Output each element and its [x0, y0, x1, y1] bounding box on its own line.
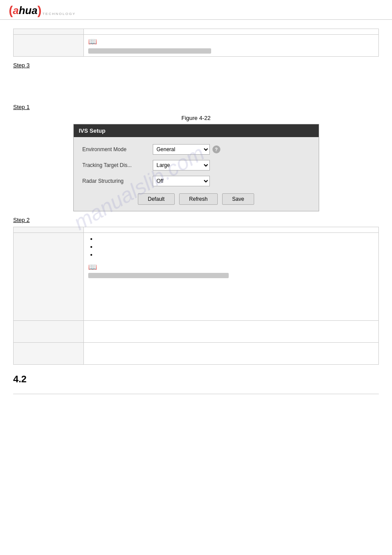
tracking-label: Tracking Target Dis...	[83, 162, 153, 168]
main-table-cell-param-2	[14, 321, 84, 343]
radar-select[interactable]: Off On	[153, 176, 210, 186]
top-table: 📖	[13, 29, 379, 57]
page-header: ( a hua ) TECHNOLOGY	[0, 0, 392, 20]
table-row	[14, 321, 379, 343]
gray-bar	[88, 48, 211, 54]
main-table-cell-param-1	[14, 233, 84, 321]
bullet-list	[88, 236, 374, 256]
main-table-header-col2	[84, 227, 379, 233]
bottom-rule	[13, 394, 379, 394]
main-table-cell-param-3	[14, 343, 84, 365]
top-table-header-col2	[84, 29, 379, 35]
top-table-cell-desc: 📖	[84, 35, 379, 57]
list-item	[97, 251, 374, 256]
ivs-setup-panel: IVS Setup Environment Mode General Subur…	[73, 124, 319, 211]
step2-label: Step 2	[13, 217, 379, 223]
refresh-button[interactable]: Refresh	[179, 193, 218, 205]
table-row: 📖	[14, 35, 379, 57]
save-button[interactable]: Save	[222, 193, 254, 205]
step1-label: Step 1	[13, 104, 379, 110]
gray-bar-2	[88, 273, 229, 278]
help-icon[interactable]: ?	[212, 145, 220, 153]
table-row	[14, 343, 379, 365]
main-table-header-col1	[14, 227, 84, 233]
logo-a: a	[13, 4, 18, 17]
spacer1	[13, 72, 379, 98]
main-table-cell-desc-3	[84, 343, 379, 365]
logo: ( a hua ) TECHNOLOGY	[9, 4, 76, 18]
logo-sub: TECHNOLOGY	[43, 12, 76, 16]
figure-caption: Figure 4-22	[181, 115, 210, 121]
ivs-title: IVS Setup	[79, 127, 106, 134]
env-mode-row: Environment Mode General Suburb Indoor N…	[83, 144, 310, 155]
env-mode-label: Environment Mode	[83, 146, 153, 152]
top-table-header-col1	[14, 29, 84, 35]
ivs-btn-row: Default Refresh Save	[83, 193, 310, 205]
book-icon-2: 📖	[88, 263, 97, 271]
figure-container: Figure 4-22 IVS Setup Environment Mode G…	[13, 115, 379, 211]
radar-row: Radar Structuring Off On	[83, 176, 310, 186]
main-table-cell-desc-1: 📖	[84, 233, 379, 321]
main-table-cell-desc-2	[84, 321, 379, 343]
logo-rest: hua	[19, 4, 38, 17]
list-item	[97, 236, 374, 240]
ivs-panel-body: Environment Mode General Suburb Indoor N…	[74, 137, 319, 211]
table-row: 📖	[14, 233, 379, 321]
ivs-panel-header: IVS Setup	[74, 124, 319, 137]
main-content: 📖 Step 3 Step 1 Figure 4-22 IVS Setup En…	[0, 20, 392, 403]
main-table: 📖	[13, 227, 379, 365]
radar-label: Radar Structuring	[83, 178, 153, 184]
book-icon: 📖	[88, 37, 97, 46]
logo-bracket-left: (	[9, 4, 13, 18]
env-mode-select[interactable]: General Suburb Indoor Night Vision Veget…	[153, 144, 210, 155]
section-42-heading: 4.2	[13, 374, 379, 385]
tracking-select[interactable]: Small Medium Large	[153, 160, 210, 170]
top-table-cell-param	[14, 35, 84, 57]
tracking-row: Tracking Target Dis... Small Medium Larg…	[83, 160, 310, 170]
step3-label: Step 3	[13, 62, 379, 69]
default-button[interactable]: Default	[138, 193, 175, 205]
logo-bracket-right: )	[37, 4, 41, 18]
list-item	[97, 243, 374, 248]
